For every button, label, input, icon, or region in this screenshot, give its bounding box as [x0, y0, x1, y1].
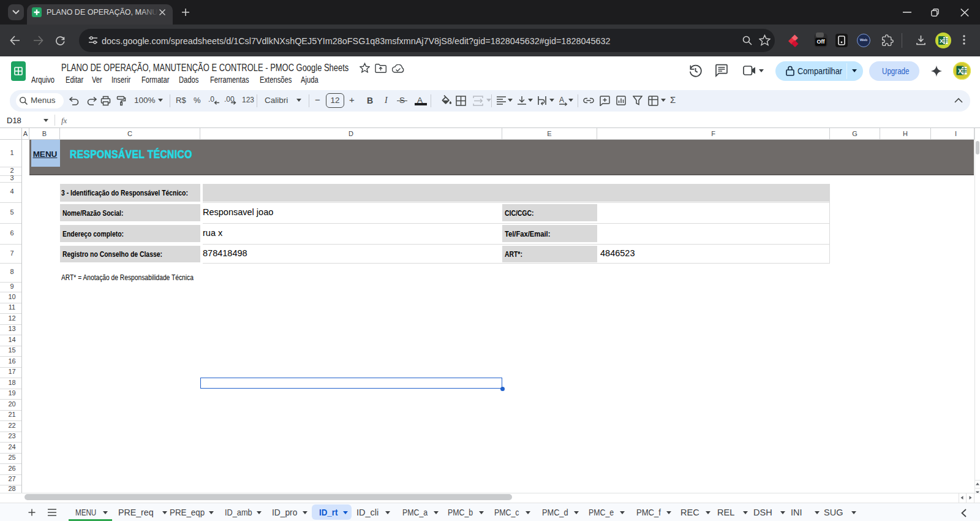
svg-text:X: X — [958, 67, 962, 75]
svg-text:A: A — [559, 96, 564, 104]
svg-text:X: X — [940, 37, 944, 44]
